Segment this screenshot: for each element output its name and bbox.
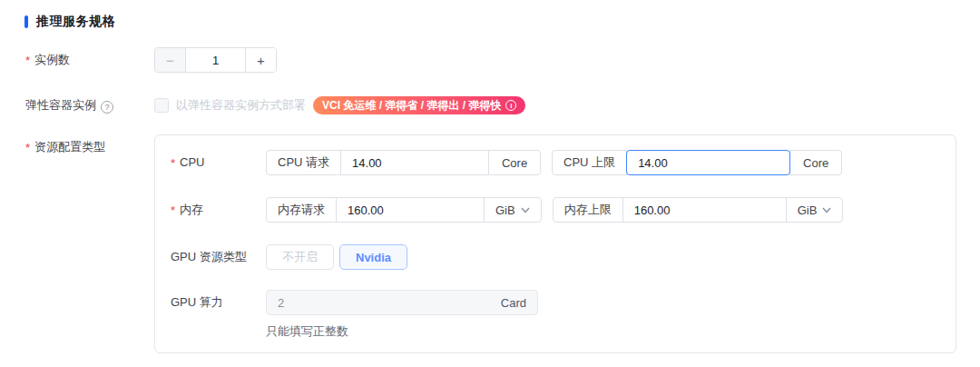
gpu-power-label: GPU 算力 bbox=[171, 290, 223, 315]
gpu-type-nvidia-button[interactable]: Nvidia bbox=[339, 244, 407, 270]
vci-badge-text: VCI 免运维 / 弹得省 / 弹得出 / 弹得快 bbox=[322, 98, 501, 114]
section-accent-bar bbox=[24, 15, 28, 28]
stepper-value-input[interactable] bbox=[186, 48, 245, 72]
gpu-type-row: GPU 资源类型 不开启 Nvidia bbox=[155, 244, 941, 270]
memory-request-group: 内存请求 GiB bbox=[266, 197, 542, 223]
cpu-request-label: CPU 请求 bbox=[266, 150, 341, 175]
resource-config-label: 资源配置类型 bbox=[34, 134, 105, 162]
cpu-request-input[interactable] bbox=[340, 150, 489, 175]
memory-label: 内存 bbox=[180, 197, 203, 224]
cpu-request-unit: Core bbox=[488, 150, 541, 175]
memory-limit-label: 内存上限 bbox=[553, 197, 623, 223]
vci-checkbox-label: 以弹性容器实例方式部署 bbox=[176, 97, 306, 114]
instance-count-row: * 实例数 − + bbox=[0, 47, 980, 74]
chevron-down-icon bbox=[822, 207, 831, 213]
stepper-minus-button[interactable]: − bbox=[155, 48, 186, 72]
resource-config-panel: * CPU CPU 请求 Core CPU 上限 Core * bbox=[154, 134, 956, 353]
cpu-request-group: CPU 请求 Core bbox=[266, 150, 541, 175]
required-asterisk: * bbox=[171, 150, 175, 177]
cpu-label-wrap: * CPU bbox=[155, 150, 266, 177]
cpu-limit-group: CPU 上限 Core bbox=[552, 150, 842, 175]
gpu-power-unit: Card bbox=[501, 296, 526, 310]
memory-limit-input[interactable] bbox=[622, 197, 787, 223]
cpu-label: CPU bbox=[180, 150, 204, 177]
memory-request-unit: GiB bbox=[495, 203, 515, 217]
info-icon[interactable]: i bbox=[505, 100, 516, 111]
cpu-limit-unit: Core bbox=[789, 150, 842, 175]
memory-row: * 内存 内存请求 GiB 内存上限 GiB bbox=[155, 197, 941, 224]
section-title: 推理服务规格 bbox=[36, 14, 115, 30]
memory-request-input[interactable] bbox=[336, 197, 485, 223]
memory-limit-unit-select[interactable]: GiB bbox=[786, 197, 844, 223]
cpu-limit-label: CPU 上限 bbox=[552, 150, 627, 175]
resource-config-row: * 资源配置类型 * CPU CPU 请求 Core CPU 上限 bbox=[0, 134, 980, 353]
quantity-stepper: − + bbox=[154, 47, 277, 73]
gpu-type-label: GPU 资源类型 bbox=[171, 244, 247, 270]
chevron-down-icon bbox=[521, 207, 530, 213]
memory-limit-group: 内存上限 GiB bbox=[553, 197, 844, 223]
inference-service-spec-form: 推理服务规格 * 实例数 − + 弹性容器实例 ? 以弹性容器实例方式部署 VC… bbox=[0, 0, 980, 367]
memory-limit-unit: GiB bbox=[798, 203, 818, 217]
required-asterisk: * bbox=[25, 134, 30, 162]
cpu-row: * CPU CPU 请求 Core CPU 上限 Core bbox=[155, 150, 941, 177]
memory-request-label: 内存请求 bbox=[266, 197, 337, 223]
help-question-icon[interactable]: ? bbox=[101, 101, 113, 114]
gpu-power-input[interactable]: 2 Card bbox=[266, 290, 538, 315]
gpu-type-label-wrap: GPU 资源类型 bbox=[155, 244, 266, 270]
required-asterisk: * bbox=[25, 47, 30, 74]
memory-label-wrap: * 内存 bbox=[155, 197, 266, 224]
resource-config-label-wrap: * 资源配置类型 bbox=[0, 134, 154, 162]
gpu-power-label-wrap: GPU 算力 bbox=[155, 290, 266, 315]
gpu-type-off-button[interactable]: 不开启 bbox=[266, 244, 334, 270]
instance-count-label-wrap: * 实例数 bbox=[0, 47, 154, 74]
gpu-power-helper-text: 只能填写正整数 bbox=[266, 323, 538, 340]
required-asterisk: * bbox=[171, 197, 175, 224]
vci-row: 弹性容器实例 ? 以弹性容器实例方式部署 VCI 免运维 / 弹得省 / 弹得出… bbox=[0, 96, 980, 114]
stepper-plus-button[interactable]: + bbox=[245, 48, 276, 72]
vci-deploy-checkbox[interactable] bbox=[154, 98, 169, 113]
section-header: 推理服务规格 bbox=[0, 0, 980, 30]
cpu-limit-input[interactable] bbox=[626, 150, 790, 175]
vci-label-wrap: 弹性容器实例 ? bbox=[0, 96, 154, 114]
vci-label: 弹性容器实例 bbox=[25, 96, 96, 114]
gpu-power-value: 2 bbox=[278, 296, 501, 310]
gpu-power-row: GPU 算力 2 Card 只能填写正整数 bbox=[155, 290, 941, 340]
memory-request-unit-select[interactable]: GiB bbox=[484, 197, 542, 223]
instance-count-label: 实例数 bbox=[34, 47, 70, 74]
vci-promo-badge: VCI 免运维 / 弹得省 / 弹得出 / 弹得快 i bbox=[313, 96, 525, 114]
